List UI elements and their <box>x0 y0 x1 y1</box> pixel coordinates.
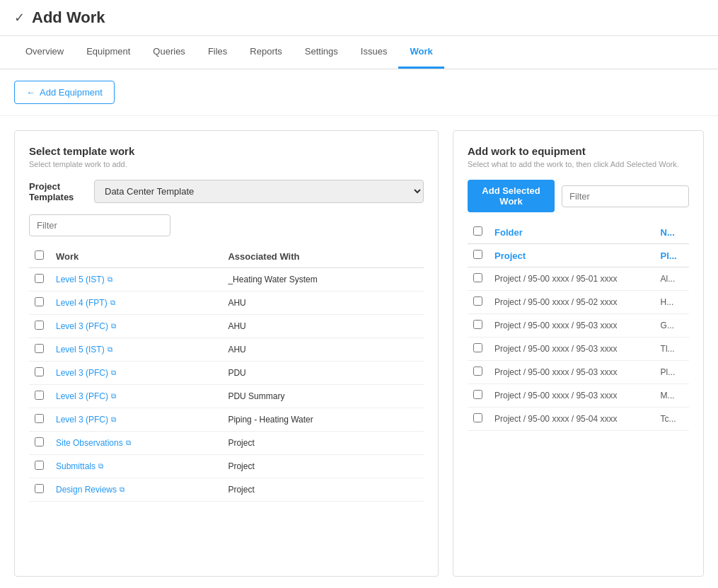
external-link-icon: ⧉ <box>111 322 116 330</box>
equip-row-checkbox-cell <box>468 314 489 338</box>
project-template-select[interactable]: Data Center Template <box>94 180 424 203</box>
row-checkbox-cell <box>29 478 50 502</box>
work-cell: Submittals ⧉ <box>50 455 222 478</box>
row-checkbox[interactable] <box>35 437 44 446</box>
row-checkbox-cell <box>29 408 50 432</box>
name-cell: Tl... <box>655 338 689 361</box>
table-row: Level 3 (PFC) ⧉ AHU <box>29 315 424 338</box>
add-equipment-button[interactable]: ← Add Equipment <box>14 81 115 104</box>
tab-overview[interactable]: Overview <box>14 36 75 69</box>
equip-table-select-all[interactable] <box>473 226 482 236</box>
work-cell: Level 3 (PFC) ⧉ <box>50 315 222 338</box>
table-row: Level 3 (PFC) ⧉ Piping - Heating Water <box>29 408 424 432</box>
table-row: Project / 95-00 xxxx / 95-04 xxxx Tc... <box>468 408 689 431</box>
work-link[interactable]: Level 4 (FPT) ⧉ <box>56 298 115 308</box>
work-link[interactable]: Level 3 (PFC) ⧉ <box>56 321 116 331</box>
external-link-icon: ⧉ <box>110 299 115 307</box>
work-table-select-all[interactable] <box>35 250 44 260</box>
work-link[interactable]: Submittals ⧉ <box>56 461 103 471</box>
equip-row-checkbox[interactable] <box>473 343 482 352</box>
equip-row-checkbox-cell <box>468 384 489 408</box>
work-link[interactable]: Design Reviews ⧉ <box>56 485 125 495</box>
work-link[interactable]: Level 3 (PFC) ⧉ <box>56 368 116 378</box>
folder-cell: Project / 95-00 xxxx / 95-03 xxxx <box>489 338 655 361</box>
name-cell: H... <box>655 291 689 314</box>
name-cell: Al... <box>655 267 689 291</box>
equip-row-checkbox-cell <box>468 338 489 361</box>
folder-cell: Project / 95-00 xxxx / 95-04 xxxx <box>489 408 655 431</box>
table-row: Site Observations ⧉ Project <box>29 432 424 455</box>
row-checkbox-cell <box>29 268 50 292</box>
work-link[interactable]: Site Observations ⧉ <box>56 438 131 448</box>
row-checkbox[interactable] <box>35 414 44 423</box>
table-row: Project / 95-00 xxxx / 95-03 xxxx G... <box>468 314 689 338</box>
row-checkbox[interactable] <box>35 484 44 493</box>
equip-row-checkbox[interactable] <box>473 273 482 282</box>
equip-row-checkbox[interactable] <box>473 320 482 329</box>
tab-work[interactable]: Work <box>398 36 444 69</box>
associated-cell: PDU Summary <box>222 385 424 408</box>
external-link-icon: ⧉ <box>111 369 116 377</box>
equip-row-checkbox[interactable] <box>473 413 482 422</box>
equip-row-checkbox[interactable] <box>473 367 482 376</box>
equip-table-check-header <box>468 221 489 244</box>
equip-row-checkbox[interactable] <box>473 296 482 306</box>
row-checkbox[interactable] <box>35 391 44 400</box>
work-cell: Level 3 (PFC) ⧉ <box>50 408 222 432</box>
external-link-icon: ⧉ <box>120 485 125 494</box>
add-work-row: Add Selected Work <box>468 180 689 212</box>
check-icon: ✓ <box>14 10 25 25</box>
arrow-left-icon: ← <box>26 87 35 98</box>
equip-table-project-check[interactable] <box>473 250 482 259</box>
row-checkbox[interactable] <box>35 461 44 470</box>
work-filter-input[interactable] <box>29 214 170 236</box>
add-selected-work-button[interactable]: Add Selected Work <box>468 180 555 212</box>
external-link-icon: ⧉ <box>111 392 116 400</box>
tab-issues[interactable]: Issues <box>349 36 399 69</box>
table-row: Design Reviews ⧉ Project <box>29 478 424 502</box>
work-link[interactable]: Level 3 (PFC) ⧉ <box>56 415 116 425</box>
associated-cell: _Heating Water System <box>222 268 424 292</box>
row-checkbox-cell <box>29 315 50 338</box>
associated-cell: Piping - Heating Water <box>222 408 424 432</box>
name-cell: Tc... <box>655 408 689 431</box>
row-checkbox[interactable] <box>35 274 44 283</box>
row-checkbox[interactable] <box>35 344 44 353</box>
table-row: Level 4 (FPT) ⧉ AHU <box>29 292 424 315</box>
work-link[interactable]: Level 3 (PFC) ⧉ <box>56 391 116 401</box>
equip-row-checkbox[interactable] <box>473 390 482 399</box>
equip-row-checkbox-cell <box>468 361 489 384</box>
table-row: Level 5 (IST) ⧉ AHU <box>29 338 424 362</box>
tab-equipment[interactable]: Equipment <box>75 36 141 69</box>
work-link[interactable]: Level 5 (IST) ⧉ <box>56 275 112 284</box>
associated-cell: AHU <box>222 292 424 315</box>
equip-table-project-header: Project <box>489 244 655 267</box>
folder-cell: Project / 95-00 xxxx / 95-01 xxxx <box>489 267 655 291</box>
tab-files[interactable]: Files <box>197 36 238 69</box>
tab-reports[interactable]: Reports <box>238 36 294 69</box>
right-panel-title: Add work to equipment <box>468 145 689 157</box>
tab-queries[interactable]: Queries <box>141 36 197 69</box>
work-link[interactable]: Level 5 (IST) ⧉ <box>56 345 112 354</box>
right-panel: Add work to equipment Select what to add… <box>453 130 704 577</box>
row-checkbox-cell <box>29 292 50 315</box>
equipment-filter-input[interactable] <box>562 185 689 207</box>
row-checkbox[interactable] <box>35 297 44 306</box>
equip-table-folder-header: Folder <box>489 221 655 244</box>
page-header: ✓ Add Work <box>0 0 718 36</box>
folder-cell: Project / 95-00 xxxx / 95-03 xxxx <box>489 314 655 338</box>
work-cell: Level 4 (FPT) ⧉ <box>50 292 222 315</box>
associated-cell: Project <box>222 455 424 478</box>
tab-settings[interactable]: Settings <box>294 36 349 69</box>
row-checkbox[interactable] <box>35 367 44 376</box>
template-row: Project Templates Data Center Template <box>29 180 424 203</box>
table-row: Project / 95-00 xxxx / 95-01 xxxx Al... <box>468 267 689 291</box>
equip-row-checkbox-cell <box>468 408 489 431</box>
folder-cell: Project / 95-00 xxxx / 95-03 xxxx <box>489 384 655 408</box>
equip-row-checkbox-cell <box>468 267 489 291</box>
work-cell: Site Observations ⧉ <box>50 432 222 455</box>
right-panel-subtitle: Select what to add the work to, then cli… <box>468 160 689 168</box>
row-checkbox[interactable] <box>35 321 44 330</box>
work-table-assoc-header: Associated With <box>222 245 424 268</box>
template-label: Project Templates <box>29 181 86 202</box>
